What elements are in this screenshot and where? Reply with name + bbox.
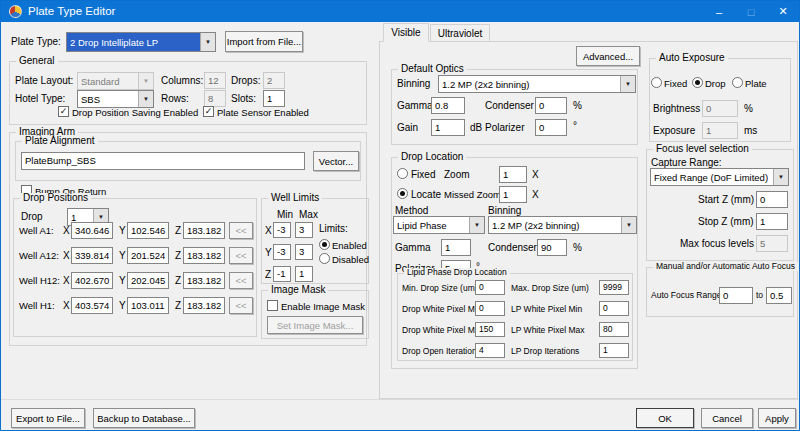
dropdown-arrow-icon[interactable]: ▼ bbox=[620, 76, 635, 92]
lp-white-pixel-max-field[interactable]: 80 bbox=[599, 322, 629, 337]
cancel-button[interactable]: Cancel bbox=[701, 408, 753, 428]
optics-condenser-field[interactable]: 0 bbox=[535, 97, 567, 114]
dl-binning-value: 1.2 MP (2x2 binning) bbox=[492, 220, 580, 231]
start-z-field[interactable]: 0 bbox=[756, 191, 788, 208]
method-label: Method bbox=[395, 206, 428, 216]
drop-position-saving-checkbox[interactable]: ✓ bbox=[58, 106, 69, 117]
dl-gamma-field[interactable]: 1 bbox=[441, 239, 471, 256]
optics-gamma-field[interactable]: 0.8 bbox=[431, 97, 465, 114]
dropdown-arrow-icon[interactable]: ▼ bbox=[138, 91, 153, 107]
import-from-file-button[interactable]: Import from File... bbox=[225, 31, 303, 52]
dropdown-arrow-icon[interactable]: ▼ bbox=[469, 217, 484, 233]
y-axis-label: Y bbox=[119, 251, 126, 261]
y-axis-label: Y bbox=[119, 301, 126, 311]
stop-z-field[interactable]: 1 bbox=[756, 213, 788, 230]
dropdown-arrow-icon: ▼ bbox=[138, 73, 153, 89]
drop-white-pixel-max-field[interactable]: 150 bbox=[475, 322, 505, 337]
well-a12-x-field[interactable]: 339.814 bbox=[71, 247, 113, 264]
limit-x-min-field[interactable]: -3 bbox=[273, 222, 291, 238]
exposure-unit: ms bbox=[744, 126, 757, 136]
plate-sensor-checkbox[interactable]: ✓ bbox=[203, 106, 214, 117]
optics-binning-value: 1.2 MP (2x2 binning) bbox=[442, 79, 530, 90]
optics-polarizer-field[interactable]: 0 bbox=[535, 119, 567, 136]
check-icon: ✓ bbox=[205, 106, 213, 116]
dl-condenser-field[interactable]: 90 bbox=[537, 239, 567, 256]
drop-location-locate-radio[interactable] bbox=[397, 188, 408, 199]
well-h1-z-field[interactable]: 183.182 bbox=[183, 297, 225, 314]
slots-field[interactable]: 1 bbox=[263, 90, 285, 107]
advanced-button[interactable]: Advanced... bbox=[576, 46, 640, 66]
auto-focus-to-field[interactable]: 0.5 bbox=[766, 287, 792, 304]
tab-visible[interactable]: Visible bbox=[383, 23, 429, 42]
hotel-type-select[interactable]: SBS ▼ bbox=[77, 90, 154, 108]
well-a1-z-field[interactable]: 183.182 bbox=[183, 222, 225, 239]
enable-image-mask-checkbox[interactable] bbox=[267, 300, 278, 311]
optics-gain-field[interactable]: 1 bbox=[431, 119, 465, 136]
ok-button[interactable]: OK bbox=[636, 408, 694, 428]
ae-plate-radio[interactable] bbox=[732, 77, 743, 88]
drop-positions-group-title: Drop Positions bbox=[20, 193, 91, 203]
titlebar[interactable]: Plate Type Editor – □ ✕ bbox=[1, 1, 799, 22]
max-header: Max bbox=[299, 210, 318, 220]
limits-enabled-radio[interactable] bbox=[319, 239, 330, 250]
limit-z-min-field[interactable]: -1 bbox=[273, 266, 291, 282]
well-h1-y-field[interactable]: 103.011 bbox=[127, 297, 169, 314]
min-header: Min bbox=[277, 210, 293, 220]
vector-button[interactable]: Vector... bbox=[313, 151, 359, 171]
image-mask-group-title: Image Mask bbox=[268, 285, 328, 295]
optics-gain-unit: dB bbox=[470, 123, 482, 133]
drop-open-iterations-field[interactable]: 4 bbox=[475, 343, 505, 358]
well-a12-z-field[interactable]: 183.182 bbox=[183, 247, 225, 264]
plate-type-select[interactable]: 2 Drop Intelliplate LP ▼ bbox=[66, 32, 216, 52]
well-a1-x-field[interactable]: 340.646 bbox=[71, 222, 113, 239]
ae-fixed-radio[interactable] bbox=[651, 77, 662, 88]
optics-binning-select[interactable]: 1.2 MP (2x2 binning) ▼ bbox=[438, 75, 636, 93]
limit-y-max-field[interactable]: 3 bbox=[295, 244, 313, 260]
backup-to-database-button[interactable]: Backup to Database... bbox=[93, 408, 195, 428]
limit-x-max-field[interactable]: 3 bbox=[295, 222, 313, 238]
method-value: Lipid Phase bbox=[397, 220, 447, 231]
brightness-label: Brightness bbox=[653, 104, 700, 114]
dl-binning-select[interactable]: 1.2 MP (2x2 binning) ▼ bbox=[488, 216, 637, 234]
well-h12-z-field[interactable]: 183.182 bbox=[183, 272, 225, 289]
ae-drop-radio[interactable] bbox=[692, 77, 703, 88]
min-drop-size-field[interactable]: 0 bbox=[475, 280, 505, 295]
limits-disabled-radio[interactable] bbox=[319, 253, 330, 264]
min-drop-size-label: Min. Drop Size (um) bbox=[402, 284, 478, 293]
export-to-file-button[interactable]: Export to File... bbox=[11, 408, 85, 428]
dropdown-arrow-icon[interactable]: ▼ bbox=[200, 33, 215, 51]
well-h12-x-field[interactable]: 402.670 bbox=[71, 272, 113, 289]
exposure-label: Exposure bbox=[653, 126, 695, 136]
lp-white-pixel-min-field[interactable]: 0 bbox=[599, 301, 629, 316]
well-a12-y-field[interactable]: 201.524 bbox=[127, 247, 169, 264]
capture-range-select[interactable]: Fixed Range (DoF Limited) ▼ bbox=[650, 168, 789, 186]
method-select[interactable]: Lipid Phase ▼ bbox=[393, 216, 485, 234]
drop-white-pixel-min-field[interactable]: 0 bbox=[475, 301, 505, 316]
plate-alignment-field[interactable]: PlateBump_SBS bbox=[21, 152, 305, 170]
well-a1-y-field[interactable]: 102.546 bbox=[127, 222, 169, 239]
minimize-button[interactable]: – bbox=[703, 1, 735, 22]
close-button[interactable]: ✕ bbox=[767, 1, 799, 22]
apply-button[interactable]: Apply bbox=[758, 408, 796, 428]
missed-zoom-field[interactable]: 1 bbox=[499, 186, 527, 203]
max-focus-levels-label: Max focus levels bbox=[680, 239, 754, 249]
ae-plate-label: Plate bbox=[745, 79, 767, 89]
z-axis-label: Z bbox=[175, 276, 181, 286]
enable-image-mask-label: Enable Image Mask bbox=[281, 302, 365, 312]
tab-ultraviolet[interactable]: Ultraviolet bbox=[430, 24, 490, 42]
well-h12-y-field[interactable]: 202.045 bbox=[127, 272, 169, 289]
limit-z-max-field[interactable]: 1 bbox=[295, 266, 313, 282]
dropdown-arrow-icon[interactable]: ▼ bbox=[773, 169, 788, 185]
drop-location-fixed-radio[interactable] bbox=[397, 168, 408, 179]
dropdown-arrow-icon[interactable]: ▼ bbox=[621, 217, 636, 233]
lp-drop-iterations-field[interactable]: 1 bbox=[599, 343, 629, 358]
well-h1-x-field[interactable]: 403.574 bbox=[71, 297, 113, 314]
plate-type-label: Plate Type: bbox=[11, 37, 61, 47]
lp-white-pixel-max-label: LP White Pixel Max bbox=[511, 326, 585, 335]
max-drop-size-field[interactable]: 9999 bbox=[599, 280, 629, 295]
limit-y-min-field[interactable]: -3 bbox=[273, 244, 291, 260]
lp-white-pixel-min-label: LP White Pixel Min bbox=[511, 305, 582, 314]
auto-focus-from-field[interactable]: 0 bbox=[719, 287, 753, 304]
zoom-field[interactable]: 1 bbox=[499, 166, 527, 183]
drop-location-group-title: Drop Location bbox=[398, 152, 466, 162]
